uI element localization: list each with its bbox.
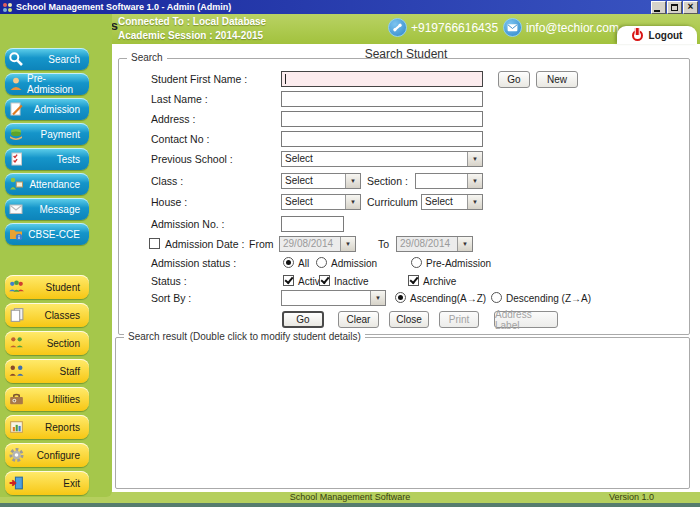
toolbox-icon [8,391,25,408]
curriculum-label: Curriculum : [367,196,424,208]
chevron-down-icon [340,237,355,251]
checkbox-active[interactable] [283,275,294,286]
last-name-input[interactable] [281,91,483,107]
sidebar-item-search[interactable]: Search [5,48,89,70]
sidebar-item-configure[interactable]: Configure [5,443,89,467]
from-label: From [249,238,274,250]
sidebar-item-label: Tests [57,154,80,165]
sidebar-item-label: Reports [45,422,80,433]
sidebar-item-admission[interactable]: Admission [5,98,89,120]
address-input[interactable] [281,111,483,127]
minimize-button[interactable] [651,1,666,14]
chevron-down-icon[interactable] [370,291,385,305]
contact-no-input[interactable] [281,131,483,147]
sidebar-item-tests[interactable]: Tests [5,148,89,170]
sidebar-item-label: Payment [41,129,80,140]
app-logo-icon [3,3,12,12]
bottom-strip [0,503,700,507]
sidebar-item-exit[interactable]: Exit [5,471,89,495]
radio-pre-admission-label: Pre-Admission [426,258,491,269]
previous-school-select[interactable]: Select [281,151,483,167]
radio-descending[interactable] [491,292,502,303]
previous-school-value: Select [282,152,467,166]
connected-to: Connected To : Local Database [118,15,266,29]
radio-pre-admission[interactable] [411,257,422,268]
sidebar-item-cbse-cce[interactable]: CBSE-CCE [5,223,89,245]
sidebar-item-payment[interactable]: Payment [5,123,89,145]
radio-all[interactable] [283,257,294,268]
curriculum-value: Select [422,195,467,209]
sidebar-item-staff[interactable]: Staff [5,359,89,383]
section-select[interactable] [415,173,483,189]
radio-ascending[interactable] [395,292,406,303]
clear-button[interactable]: Clear [338,311,379,328]
sidebar-item-pre-admission[interactable]: Pre-Admission [5,73,89,95]
search-result-legend: Search result (Double click to modify st… [124,331,365,342]
from-date-value: 29/08/2014 [280,237,340,251]
sidebar-item-student[interactable]: Student [5,275,89,299]
admission-date-checkbox[interactable] [149,238,160,249]
admission-status-label: Admission status : [151,257,236,269]
phone-icon [388,18,407,37]
folder-info-icon [8,226,24,242]
admission-no-input[interactable] [281,216,344,232]
sidebar-top-group: Search Pre-Admission Admission Payment T… [5,48,89,245]
chevron-down-icon[interactable] [467,195,482,209]
sidebar-item-label: Staff [60,366,80,377]
sidebar-item-label: Admission [34,104,80,115]
radio-admission-label: Admission [331,258,377,269]
from-date-select: 29/08/2014 [279,236,356,252]
new-button[interactable]: New [536,71,578,88]
checkbox-archive-label: Archive [423,276,456,287]
go-button[interactable]: Go [282,311,324,328]
chevron-down-icon[interactable] [467,152,482,166]
chevron-down-icon[interactable] [345,195,360,209]
search-icon [8,51,24,67]
curriculum-select[interactable]: Select [421,194,483,210]
class-select[interactable]: Select [281,173,361,189]
sidebar-item-message[interactable]: Message [5,198,89,220]
close-button[interactable] [683,1,698,14]
section-label: Section : [367,175,408,187]
first-name-input[interactable] [281,71,483,87]
radio-admission[interactable] [316,257,327,268]
to-label: To [378,238,389,250]
sort-by-select[interactable] [281,290,386,306]
sidebar-item-label: Message [39,204,80,215]
sidebar-bottom-group: Student Classes Section Staff Utilities … [5,275,89,495]
sidebar-item-label: Section [47,338,80,349]
radio-descending-label: Descending (Z→A) [506,293,591,304]
to-date-value: 29/08/2014 [397,237,457,251]
sidebar-item-classes[interactable]: Classes [5,303,89,327]
section-people-icon [8,335,25,352]
contact-no-label: Contact No : [151,133,209,145]
close-form-button[interactable]: Close [389,311,429,328]
search-result-groupbox[interactable]: Search result (Double click to modify st… [115,337,690,489]
address-label-button: Address Label [494,311,558,328]
class-label: Class : [151,175,183,187]
sidebar-item-attendance[interactable]: Attendance [5,173,89,195]
sidebar-item-utilities[interactable]: Utilities [5,387,89,411]
checkbox-inactive[interactable] [319,275,330,286]
logout-button[interactable]: Logout [617,26,697,44]
chevron-down-icon[interactable] [345,174,360,188]
to-date-select: 29/08/2014 [396,236,473,252]
class-value: Select [282,174,345,188]
app-window: School Management Software 1.0 - Admin (… [0,0,700,507]
sidebar-item-label: Pre-Admission [27,73,80,95]
sidebar-item-section[interactable]: Section [5,331,89,355]
sidebar-item-reports[interactable]: Reports [5,415,89,439]
chevron-down-icon[interactable] [467,174,482,188]
person-icon [8,76,24,92]
sidebar-item-label: Search [48,54,80,65]
admission-date-label: Admission Date : [165,238,244,250]
payment-icon [8,126,24,142]
chevron-down-icon [457,237,472,251]
house-select[interactable]: Select [281,194,361,210]
search-groupbox: Search Student First Name : Go New Last … [118,58,690,335]
go-top-button[interactable]: Go [498,71,530,88]
document-pencil-icon [8,101,24,117]
checkbox-archive[interactable] [408,275,419,286]
radio-all-label: All [298,258,309,269]
restore-button[interactable] [667,1,682,14]
